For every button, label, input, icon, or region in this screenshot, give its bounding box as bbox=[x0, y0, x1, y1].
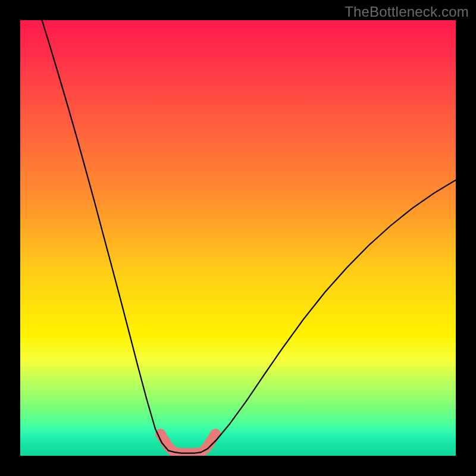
curve-layer bbox=[20, 20, 456, 456]
marker-dot bbox=[210, 428, 221, 439]
main-curve-left bbox=[42, 20, 175, 452]
plot-area bbox=[20, 20, 456, 456]
chart-frame: TheBottleneck.com bbox=[0, 0, 476, 476]
main-curve-right bbox=[201, 180, 456, 453]
marker-dot bbox=[155, 428, 166, 439]
watermark-text: TheBottleneck.com bbox=[345, 4, 469, 20]
